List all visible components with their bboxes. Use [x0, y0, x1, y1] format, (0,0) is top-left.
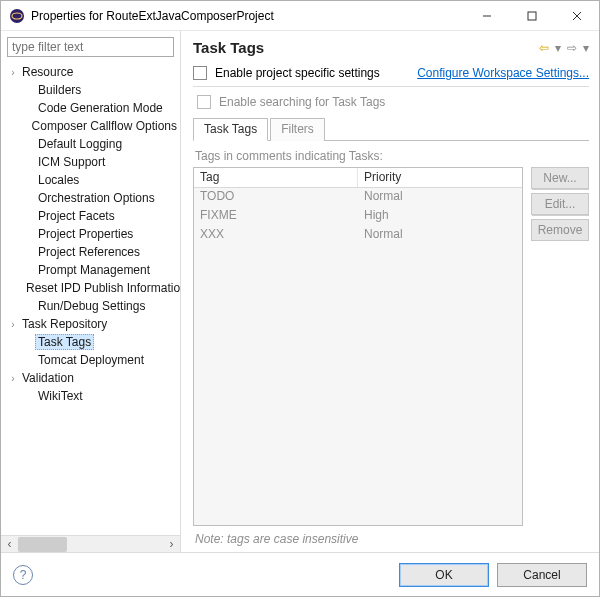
minimize-button[interactable] — [464, 1, 509, 30]
tags-table[interactable]: Tag Priority TODONormalFIXMEHighXXXNorma… — [193, 167, 523, 526]
nav-item-label: WikiText — [35, 389, 86, 403]
helper-text: Tags in comments indicating Tasks: — [195, 149, 589, 163]
nav-item[interactable]: Project Facets — [1, 207, 180, 225]
nav-item[interactable]: ›Task Repository — [1, 315, 180, 333]
nav-item[interactable]: Builders — [1, 81, 180, 99]
enable-searching-checkbox — [197, 95, 211, 109]
nav-item[interactable]: Project Properties — [1, 225, 180, 243]
table-buttons: New... Edit... Remove — [531, 167, 589, 526]
nav-item[interactable]: ›Resource — [1, 63, 180, 81]
nav-item[interactable]: Run/Debug Settings — [1, 297, 180, 315]
nav-item-label: Project Facets — [35, 209, 118, 223]
back-icon[interactable]: ⇦ — [539, 41, 549, 55]
new-button: New... — [531, 167, 589, 189]
forward-menu-icon[interactable]: ▾ — [583, 41, 589, 55]
table-body: TODONormalFIXMEHighXXXNormal — [194, 188, 522, 525]
enable-project-label: Enable project specific settings — [215, 66, 380, 80]
nav-item-label: Locales — [35, 173, 82, 187]
cell-priority: Normal — [358, 188, 522, 207]
nav-item[interactable]: ICM Support — [1, 153, 180, 171]
note-text: Note: tags are case insensitive — [195, 532, 589, 546]
nav-sidebar: ›ResourceBuildersCode Generation ModeCom… — [1, 31, 181, 552]
enable-project-checkbox[interactable] — [193, 66, 207, 80]
remove-button: Remove — [531, 219, 589, 241]
cancel-button[interactable]: Cancel — [497, 563, 587, 587]
nav-item-label: Project Properties — [35, 227, 136, 241]
nav-item[interactable]: Locales — [1, 171, 180, 189]
filter-input[interactable] — [7, 37, 174, 57]
nav-item[interactable]: Code Generation Mode — [1, 99, 180, 117]
enable-searching-label: Enable searching for Task Tags — [219, 95, 385, 109]
scroll-right-arrow-icon[interactable]: › — [163, 536, 180, 553]
page-heading: Task Tags — [193, 39, 539, 56]
column-tag[interactable]: Tag — [194, 168, 358, 187]
nav-item-label: ICM Support — [35, 155, 108, 169]
forward-icon[interactable]: ⇨ — [567, 41, 577, 55]
table-row[interactable]: XXXNormal — [194, 226, 522, 245]
cell-tag: FIXME — [194, 207, 358, 226]
window-controls — [464, 1, 599, 30]
tab-task-tags[interactable]: Task Tags — [193, 118, 268, 141]
heading-toolbar: ⇦ ▾ ⇨ ▾ — [539, 41, 589, 55]
tab-bar: Task Tags Filters — [193, 117, 589, 141]
nav-item[interactable]: Orchestration Options — [1, 189, 180, 207]
chevron-right-icon[interactable]: › — [7, 373, 19, 384]
nav-horizontal-scrollbar[interactable]: ‹ › — [1, 535, 180, 552]
nav-item[interactable]: Tomcat Deployment — [1, 351, 180, 369]
scroll-left-arrow-icon[interactable]: ‹ — [1, 536, 18, 553]
table-row[interactable]: FIXMEHigh — [194, 207, 522, 226]
cell-priority: High — [358, 207, 522, 226]
nav-item-label: Project References — [35, 245, 143, 259]
cell-priority: Normal — [358, 226, 522, 245]
nav-item[interactable]: Project References — [1, 243, 180, 261]
ok-button[interactable]: OK — [399, 563, 489, 587]
back-menu-icon[interactable]: ▾ — [555, 41, 561, 55]
nav-item-label: Orchestration Options — [35, 191, 158, 205]
nav-item[interactable]: Composer Callflow Options — [1, 117, 180, 135]
content-panel: Task Tags ⇦ ▾ ⇨ ▾ Enable project specifi… — [181, 31, 599, 552]
nav-item-label: Tomcat Deployment — [35, 353, 147, 367]
nav-item-label: Task Tags — [35, 334, 94, 350]
eclipse-icon — [9, 8, 25, 24]
chevron-right-icon[interactable]: › — [7, 319, 19, 330]
nav-item-label: Reset IPD Publish Information — [23, 281, 180, 295]
table-row[interactable]: TODONormal — [194, 188, 522, 207]
nav-item-label: Default Logging — [35, 137, 125, 151]
titlebar: Properties for RouteExtJavaComposerProje… — [1, 1, 599, 31]
nav-item[interactable]: Reset IPD Publish Information — [1, 279, 180, 297]
nav-item-label: Builders — [35, 83, 84, 97]
nav-item[interactable]: ›Validation — [1, 369, 180, 387]
window-title: Properties for RouteExtJavaComposerProje… — [31, 9, 464, 23]
close-button[interactable] — [554, 1, 599, 30]
column-priority[interactable]: Priority — [358, 168, 522, 187]
help-icon[interactable]: ? — [13, 565, 33, 585]
nav-item[interactable]: Prompt Management — [1, 261, 180, 279]
nav-item-label: Validation — [19, 371, 77, 385]
nav-tree[interactable]: ›ResourceBuildersCode Generation ModeCom… — [1, 61, 180, 535]
separator — [193, 86, 589, 87]
cell-tag: TODO — [194, 188, 358, 207]
maximize-button[interactable] — [509, 1, 554, 30]
nav-item[interactable]: Default Logging — [1, 135, 180, 153]
cell-tag: XXX — [194, 226, 358, 245]
nav-item[interactable]: WikiText — [1, 387, 180, 405]
edit-button: Edit... — [531, 193, 589, 215]
svg-rect-3 — [528, 12, 536, 20]
nav-item-label: Task Repository — [19, 317, 110, 331]
tab-filters[interactable]: Filters — [270, 118, 325, 141]
properties-dialog: Properties for RouteExtJavaComposerProje… — [0, 0, 600, 597]
chevron-right-icon[interactable]: › — [7, 67, 19, 78]
nav-item-label: Resource — [19, 65, 76, 79]
nav-item[interactable]: Task Tags — [1, 333, 180, 351]
nav-item-label: Prompt Management — [35, 263, 153, 277]
nav-item-label: Composer Callflow Options — [29, 119, 180, 133]
configure-workspace-link[interactable]: Configure Workspace Settings... — [417, 66, 589, 80]
dialog-footer: ? OK Cancel — [1, 552, 599, 596]
nav-item-label: Code Generation Mode — [35, 101, 166, 115]
scroll-thumb[interactable] — [18, 537, 67, 552]
nav-item-label: Run/Debug Settings — [35, 299, 148, 313]
table-header: Tag Priority — [194, 168, 522, 188]
